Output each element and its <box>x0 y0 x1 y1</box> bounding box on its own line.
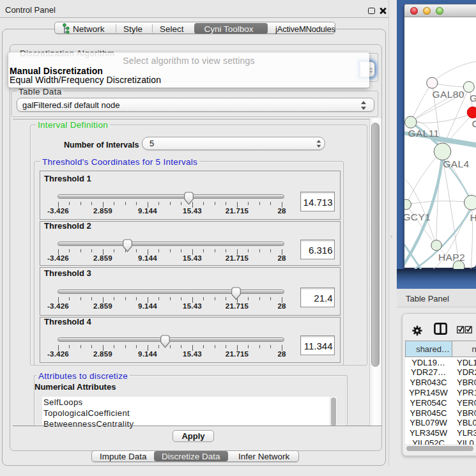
svg-text:GAL80: GAL80 <box>433 89 464 100</box>
svg-text:CY: CY <box>472 118 476 129</box>
svg-text:GA: GA <box>470 93 476 104</box>
svg-text:H: H <box>470 212 476 223</box>
svg-text:GCY1: GCY1 <box>404 211 431 222</box>
svg-text:GAL4: GAL4 <box>443 158 469 169</box>
svg-text:HAP2: HAP2 <box>438 252 465 263</box>
svg-text:GAL11: GAL11 <box>408 128 440 139</box>
